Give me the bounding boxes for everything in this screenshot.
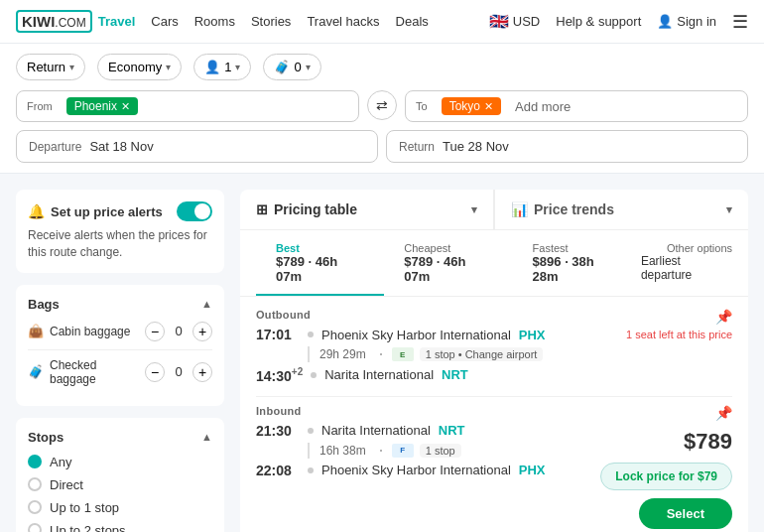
other-tab-value: Earliest departure — [641, 254, 732, 282]
lock-price-button[interactable]: Lock price for $79 — [600, 463, 732, 490]
chevron-down-icon: ▾ — [235, 62, 240, 72]
from-city-tag[interactable]: Phoenix ✕ — [66, 97, 138, 115]
travel-link[interactable]: Travel — [98, 14, 136, 29]
inbound-depart-dot — [308, 428, 314, 434]
inbound-arrive-dot — [308, 467, 314, 473]
bags-section-header[interactable]: Bags ▲ — [28, 297, 212, 312]
cabin-baggage-decrease[interactable]: − — [145, 322, 165, 341]
departure-date-field[interactable]: Departure Sat 18 Nov — [16, 130, 378, 163]
alert-description: Receive alerts when the prices for this … — [28, 227, 212, 261]
fastest-tab-label: Fastest — [533, 242, 621, 254]
outbound-arrive-row: 14:30+2 Narita International NRT — [256, 366, 593, 384]
chevron-down-icon: ▾ — [306, 62, 311, 72]
checked-baggage-increase[interactable]: + — [192, 362, 212, 382]
outbound-arrive-time: 14:30+2 — [256, 366, 303, 384]
search-options-row: Return ▾ Economy ▾ 👤 1 ▾ 🧳 0 ▾ — [16, 54, 748, 80]
inbound-depart-time: 21:30 — [256, 423, 300, 439]
outbound-actions: 📌 1 seat left at this price — [593, 309, 732, 388]
deals-link[interactable]: Deals — [396, 14, 429, 29]
stop-2[interactable]: Up to 2 stops — [28, 523, 212, 532]
select-button[interactable]: Select — [639, 498, 732, 529]
cheapest-tab-label: Cheapest — [404, 242, 492, 254]
checked-baggage-row: 🧳 Checked baggage − 0 + — [28, 358, 212, 386]
inbound-pin-icon[interactable]: 📌 — [715, 405, 732, 421]
fastest-tab[interactable]: Fastest $896 · 38h 28m — [513, 230, 641, 296]
trip-type-dropdown[interactable]: Return ▾ — [16, 54, 85, 80]
cabin-baggage-row: 👜 Cabin baggage − 0 + — [28, 322, 212, 341]
inbound-flights: Inbound 21:30 Narita International NRT — [256, 405, 593, 529]
cabin-baggage-value: 0 — [173, 324, 185, 338]
main-content: 🔔 Set up price alerts Receive alerts whe… — [0, 174, 764, 532]
to-city-tag[interactable]: Tokyo ✕ — [442, 97, 501, 115]
search-bar: Return ▾ Economy ▾ 👤 1 ▾ 🧳 0 ▾ From Phoe… — [0, 44, 764, 174]
return-date-value: Tue 28 Nov — [443, 139, 509, 154]
chevron-up-icon: ▲ — [201, 431, 212, 443]
inbound-duration: 16h 38m — [319, 444, 366, 458]
stop-direct[interactable]: Direct — [28, 477, 212, 492]
stop-1[interactable]: Up to 1 stop — [28, 500, 212, 515]
cabin-class-dropdown[interactable]: Economy ▾ — [97, 54, 182, 80]
return-date-field[interactable]: Return Tue 28 Nov — [386, 130, 748, 163]
inbound-depart-code: NRT — [439, 423, 465, 438]
outbound-depart-row: 17:01 Phoenix Sky Harbor International P… — [256, 327, 593, 342]
inbound-section: Inbound 21:30 Narita International NRT — [256, 405, 732, 529]
bags-divider — [28, 349, 212, 350]
stories-link[interactable]: Stories — [251, 14, 291, 29]
date-row: Departure Sat 18 Nov Return Tue 28 Nov — [16, 130, 748, 163]
tab-dropdown-icon: ▾ — [726, 203, 732, 216]
stops-section-header[interactable]: Stops ▲ — [28, 430, 212, 445]
swap-button[interactable]: ⇄ — [367, 90, 397, 120]
inbound-arrive-time: 22:08 — [256, 463, 300, 478]
bag-icon: 🧳 — [274, 60, 290, 74]
adults-dropdown[interactable]: 👤 1 ▾ — [193, 54, 251, 80]
to-label: To — [416, 100, 428, 112]
cars-link[interactable]: Cars — [151, 14, 178, 29]
remove-from-icon[interactable]: ✕ — [121, 100, 130, 113]
fastest-tab-value: $896 · 38h 28m — [533, 254, 621, 284]
currency-selector[interactable]: 🇬🇧 USD — [489, 12, 540, 31]
checked-baggage-decrease[interactable]: − — [145, 362, 165, 382]
grid-icon: ⊞ — [256, 201, 268, 217]
cheapest-tab[interactable]: Cheapest $789 · 46h 07m — [384, 230, 512, 296]
signin-button[interactable]: 👤 Sign in — [657, 14, 716, 29]
alert-title: 🔔 Set up price alerts — [28, 203, 163, 219]
stop-any[interactable]: Any — [28, 455, 212, 469]
pin-icon[interactable]: 📌 — [715, 309, 732, 325]
outbound-arrive-airport: Narita International — [324, 367, 434, 382]
outbound-flights: Outbound 17:01 Phoenix Sky Harbor Intern… — [256, 309, 593, 388]
outbound-depart-airport: Phoenix Sky Harbor International — [321, 328, 511, 342]
outbound-depart-code: PHX — [519, 328, 546, 342]
pricing-tabs: Best $789 · 46h 07m Cheapest $789 · 46h … — [240, 230, 748, 297]
outbound-label: Outbound — [256, 309, 593, 321]
best-tab[interactable]: Best $789 · 46h 07m — [256, 230, 384, 296]
inbound-arrive-row: 22:08 Phoenix Sky Harbor International P… — [256, 463, 593, 478]
flight-price: $789 — [684, 429, 732, 455]
alert-toggle[interactable] — [177, 201, 212, 221]
add-more-button[interactable]: Add more — [515, 99, 571, 114]
segment-divider — [256, 396, 732, 397]
menu-icon[interactable]: ☰ — [732, 11, 748, 33]
outbound-connection-row: 29h 29m E 1 stop • Change airport — [256, 346, 593, 362]
navigation: KIWI.COM Travel Cars Rooms Stories Trave… — [0, 0, 764, 44]
person-icon: 👤 — [204, 60, 220, 74]
rooms-link[interactable]: Rooms — [194, 14, 235, 29]
remove-to-icon[interactable]: ✕ — [484, 100, 493, 113]
price-alert-box: 🔔 Set up price alerts Receive alerts whe… — [16, 190, 224, 273]
help-link[interactable]: Help & support — [556, 14, 641, 29]
other-tab-label: Other options — [667, 242, 732, 254]
radio-direct — [28, 477, 42, 491]
travel-hacks-link[interactable]: Travel hacks — [307, 14, 379, 29]
price-trends-tab[interactable]: 📊 Price trends ▾ — [494, 190, 748, 229]
radio-any — [28, 455, 42, 468]
duration-line — [308, 346, 310, 362]
pricing-table-tab[interactable]: ⊞ Pricing table ▾ — [240, 190, 493, 229]
bags-dropdown[interactable]: 🧳 0 ▾ — [263, 54, 320, 80]
flight-card: Outbound 17:01 Phoenix Sky Harbor Intern… — [240, 297, 748, 532]
to-field[interactable]: To Tokyo ✕ Add more — [405, 90, 748, 122]
inbound-depart-row: 21:30 Narita International NRT — [256, 423, 593, 439]
airline-logo: E — [392, 347, 414, 361]
from-field[interactable]: From Phoenix ✕ — [16, 90, 359, 122]
cabin-baggage-increase[interactable]: + — [192, 322, 212, 341]
other-options-tab[interactable]: Other options Earliest departure — [641, 230, 732, 296]
day-offset: +2 — [292, 366, 303, 377]
